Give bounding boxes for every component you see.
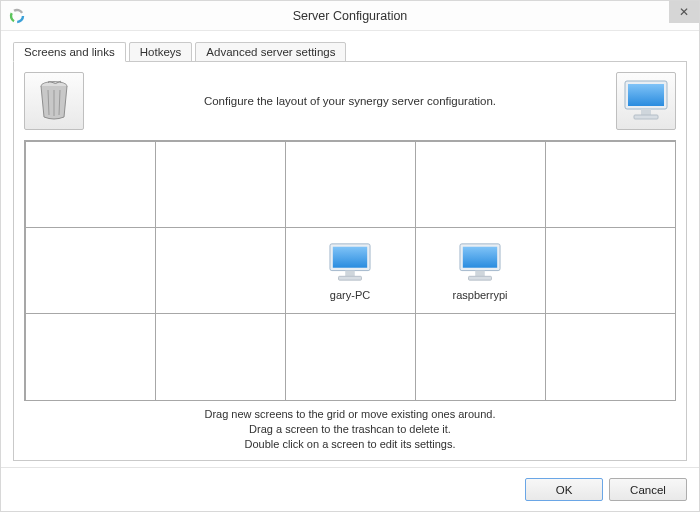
svg-rect-18 [469, 276, 492, 280]
screen-label: raspberrypi [452, 289, 507, 301]
grid-cell[interactable] [155, 227, 286, 314]
trashcan-icon [36, 79, 72, 124]
top-toolbar: Configure the layout of your synergy ser… [24, 70, 676, 132]
grid-cell[interactable] [25, 227, 156, 314]
svg-rect-17 [475, 270, 485, 276]
svg-rect-12 [333, 246, 367, 267]
grid-cell[interactable] [545, 227, 676, 314]
monitor-icon [457, 241, 503, 285]
svg-rect-9 [641, 109, 651, 115]
tab-label: Screens and links [24, 46, 115, 58]
tab-label: Advanced server settings [206, 46, 335, 58]
grid-cell[interactable] [155, 313, 286, 401]
tab-screens-and-links[interactable]: Screens and links [13, 42, 126, 62]
monitor-icon [622, 78, 670, 125]
hint-text: Drag new screens to the grid or move exi… [24, 401, 676, 454]
grid-cell[interactable] [155, 141, 286, 228]
svg-rect-10 [634, 115, 658, 119]
app-icon [9, 8, 25, 24]
screen-gary-pc[interactable]: gary-PC [285, 227, 416, 314]
tab-label: Hotkeys [140, 46, 182, 58]
tab-strip: Screens and links Hotkeys Advanced serve… [13, 37, 687, 61]
tab-panel-screens: Configure the layout of your synergy ser… [13, 61, 687, 461]
dialog-window: Server Configuration ✕ Screens and links… [0, 0, 700, 512]
svg-rect-16 [463, 246, 497, 267]
svg-rect-13 [345, 270, 355, 276]
cancel-button[interactable]: Cancel [609, 478, 687, 501]
grid-cell[interactable] [545, 141, 676, 228]
svg-rect-8 [628, 84, 664, 106]
svg-rect-14 [339, 276, 362, 280]
trashcan-dropzone[interactable] [24, 72, 84, 130]
new-screen-source[interactable] [616, 72, 676, 130]
grid-cell[interactable] [285, 313, 416, 401]
monitor-icon [327, 241, 373, 285]
close-button[interactable]: ✕ [669, 1, 699, 23]
button-label: Cancel [630, 484, 666, 496]
content-area: Screens and links Hotkeys Advanced serve… [1, 31, 699, 467]
hint-line: Double click on a screen to edit its set… [24, 437, 676, 452]
grid-cell[interactable] [415, 313, 546, 401]
dialog-footer: OK Cancel [1, 467, 699, 511]
titlebar: Server Configuration ✕ [1, 1, 699, 31]
ok-button[interactable]: OK [525, 478, 603, 501]
grid-cell[interactable] [415, 141, 546, 228]
window-title: Server Configuration [293, 9, 408, 23]
grid-cell[interactable] [285, 141, 416, 228]
close-icon: ✕ [679, 5, 689, 19]
grid-cell[interactable] [25, 141, 156, 228]
hint-line: Drag new screens to the grid or move exi… [24, 407, 676, 422]
tab-advanced-server-settings[interactable]: Advanced server settings [195, 42, 346, 62]
instruction-text: Configure the layout of your synergy ser… [84, 95, 616, 107]
grid-cell[interactable] [545, 313, 676, 401]
screen-label: gary-PC [330, 289, 370, 301]
grid-cell[interactable] [25, 313, 156, 401]
hint-line: Drag a screen to the trashcan to delete … [24, 422, 676, 437]
button-label: OK [556, 484, 573, 496]
screen-raspberrypi[interactable]: raspberrypi [415, 227, 546, 314]
screen-grid[interactable]: gary-PCraspberrypi [24, 140, 676, 401]
tab-hotkeys[interactable]: Hotkeys [129, 42, 193, 62]
